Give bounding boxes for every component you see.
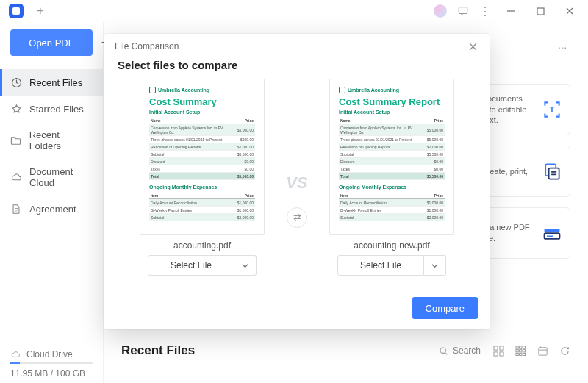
select-file-button[interactable]: Select File xyxy=(148,255,234,276)
svg-text:T: T xyxy=(550,105,555,114)
svg-rect-24 xyxy=(519,349,521,351)
compare-button[interactable]: Compare xyxy=(412,297,478,319)
svg-rect-29 xyxy=(538,347,546,354)
card-text: create, print, xyxy=(483,166,536,177)
cloud-usage: 11.95 MB / 100 GB xyxy=(10,368,93,379)
sidebar-item-label: Agreement xyxy=(29,204,76,215)
view-large-grid-button[interactable] xyxy=(492,345,504,357)
card-text: documents into editable text. xyxy=(483,93,536,126)
sidebar-item-label: Recent Folders xyxy=(29,129,93,151)
document-icon xyxy=(10,203,22,215)
thumb-title: Cost Summary xyxy=(149,96,255,107)
minimize-button[interactable] xyxy=(501,1,520,21)
thumb-section: Ongoing Monthly Expenses xyxy=(339,185,445,190)
sidebar-item-document-cloud[interactable]: Document Cloud xyxy=(0,159,103,196)
svg-rect-2 xyxy=(537,8,544,15)
thumb-section: Initial Account Setup xyxy=(149,110,255,115)
sidebar-item-label: Recent Files xyxy=(29,77,82,88)
dialog-header: File Comparison xyxy=(115,41,179,51)
svg-rect-0 xyxy=(459,7,467,14)
select-file-dropdown[interactable] xyxy=(234,255,257,276)
star-icon xyxy=(10,103,22,115)
kebab-menu-icon[interactable]: ⋮ xyxy=(479,5,491,17)
maximize-button[interactable] xyxy=(531,1,550,21)
svg-rect-19 xyxy=(499,351,503,355)
thumb-section: Ongoing Monthly Expenses xyxy=(149,185,255,190)
scanner-icon xyxy=(542,223,562,243)
cloud-icon xyxy=(10,350,21,359)
sidebar-item-label: Document Cloud xyxy=(29,166,93,188)
file-thumbnail[interactable]: Umbrella Accounting Cost Summary Report … xyxy=(329,79,454,235)
recent-files-heading: Recent Files xyxy=(121,343,195,358)
svg-rect-16 xyxy=(493,346,497,349)
svg-rect-25 xyxy=(523,349,525,351)
ocr-icon: T xyxy=(542,99,562,120)
sidebar-item-recent-files[interactable]: Recent Files xyxy=(0,69,103,96)
svg-line-15 xyxy=(445,352,448,354)
select-file-dropdown[interactable] xyxy=(424,255,446,276)
open-pdf-button[interactable]: Open PDF xyxy=(10,29,93,56)
file-comparison-dialog: File Comparison Select files to compare … xyxy=(104,34,490,329)
svg-rect-26 xyxy=(515,353,517,355)
file-name: accounting-new.pdf xyxy=(354,240,429,251)
more-menu-button[interactable]: … xyxy=(554,40,570,51)
svg-rect-28 xyxy=(523,353,525,355)
svg-rect-12 xyxy=(545,229,560,232)
sidebar-item-label: Starred Files xyxy=(29,104,84,115)
sidebar: Open PDF Recent Files Starred Files Rece… xyxy=(0,22,103,383)
search-input[interactable]: Search xyxy=(431,346,481,356)
sidebar-item-agreement[interactable]: Agreement xyxy=(0,196,103,222)
titlebar: + ⋮ xyxy=(0,0,588,22)
svg-rect-20 xyxy=(515,346,517,348)
folder-icon xyxy=(10,135,22,146)
svg-rect-8 xyxy=(549,168,559,179)
search-icon xyxy=(439,346,448,356)
svg-rect-23 xyxy=(515,349,517,351)
sidebar-item-recent-folders[interactable]: Recent Folders xyxy=(0,122,103,159)
compare-slot-right: Umbrella Accounting Cost Summary Report … xyxy=(323,79,461,293)
svg-rect-18 xyxy=(493,351,497,355)
date-filter-button[interactable] xyxy=(537,345,548,357)
compare-slot-left: Umbrella Accounting Cost Summary Initial… xyxy=(133,79,271,293)
svg-rect-22 xyxy=(523,346,525,348)
thumb-title: Cost Summary Report xyxy=(339,96,445,107)
vs-label: VS xyxy=(286,173,307,193)
file-name: accounting.pdf xyxy=(173,240,231,251)
close-button[interactable] xyxy=(560,1,579,21)
sidebar-item-starred-files[interactable]: Starred Files xyxy=(0,96,103,122)
select-file-button[interactable]: Select File xyxy=(337,255,424,276)
refresh-button[interactable] xyxy=(559,345,570,357)
svg-rect-21 xyxy=(519,346,521,348)
thumb-section: Initial Account Setup xyxy=(339,110,445,115)
cloud-icon xyxy=(10,171,22,183)
thumb-brand: Umbrella Accounting xyxy=(339,87,445,93)
svg-rect-17 xyxy=(499,346,503,349)
swap-files-button[interactable]: ⇄ xyxy=(287,207,307,228)
card-text: e a new PDF file. xyxy=(483,222,536,244)
search-placeholder: Search xyxy=(453,346,481,356)
thumb-brand: Umbrella Accounting xyxy=(149,87,255,93)
dialog-title: Select files to compare xyxy=(104,56,490,79)
dialog-close-button[interactable] xyxy=(466,40,479,53)
app-logo xyxy=(9,4,24,18)
cloud-drive-label: Cloud Drive xyxy=(26,349,73,359)
svg-rect-27 xyxy=(519,353,521,355)
clock-icon xyxy=(10,76,22,88)
copy-icon xyxy=(542,161,562,182)
avatar[interactable] xyxy=(434,4,447,18)
svg-point-14 xyxy=(440,347,445,352)
new-tab-button[interactable]: + xyxy=(34,4,47,18)
feedback-icon[interactable] xyxy=(457,5,469,17)
view-small-grid-button[interactable] xyxy=(514,345,526,357)
file-thumbnail[interactable]: Umbrella Accounting Cost Summary Initial… xyxy=(140,79,265,235)
cloud-drive-status[interactable]: Cloud Drive 11.95 MB / 100 GB xyxy=(0,345,103,383)
